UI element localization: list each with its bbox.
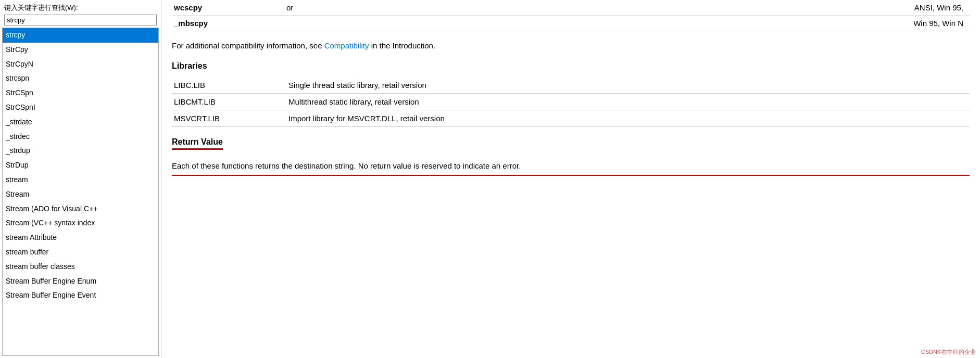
func-platform: ANSI, Win 95,: [417, 0, 970, 16]
function-row: wcscpy or ANSI, Win 95,: [172, 0, 970, 16]
keyword-list: strcpyStrCpyStrCpyNstrcspnStrCSpnStrCSpn…: [2, 28, 159, 356]
list-item[interactable]: _strdup: [3, 144, 158, 158]
return-value-section: Return Value Each of these functions ret…: [172, 137, 970, 176]
libraries-heading: Libraries: [172, 61, 970, 71]
search-input[interactable]: [4, 15, 157, 25]
lib-row: MSVCRT.LIBImport library for MSVCRT.DLL,…: [172, 110, 970, 127]
lib-name: LIBC.LIB: [172, 77, 286, 94]
func-name: wcscpy: [172, 0, 286, 16]
list-item[interactable]: _strdec: [3, 130, 158, 144]
lib-desc: Multithread static library, retail versi…: [286, 94, 970, 110]
content-panel: wcscpy or ANSI, Win 95,_mbscpyWin 95, Wi…: [161, 0, 980, 358]
list-item[interactable]: stream buffer classes: [3, 260, 158, 274]
list-item[interactable]: strcpy: [3, 28, 158, 43]
compat-link[interactable]: Compatibility: [324, 41, 369, 50]
lib-desc: Single thread static library, retail ver…: [286, 77, 970, 94]
return-value-text: Each of these functions returns the dest…: [172, 159, 970, 176]
list-item[interactable]: strcspn: [3, 71, 158, 86]
list-item[interactable]: stream Attribute: [3, 231, 158, 245]
function-row: _mbscpyWin 95, Win N: [172, 16, 970, 31]
func-name: _mbscpy: [172, 16, 286, 31]
list-item[interactable]: StrCpyN: [3, 57, 158, 72]
lib-row: LIBC.LIBSingle thread static library, re…: [172, 77, 970, 94]
compat-text: For additional compatibility information…: [172, 40, 970, 52]
libraries-table: LIBC.LIBSingle thread static library, re…: [172, 77, 970, 127]
lib-row: LIBCMT.LIBMultithread static library, re…: [172, 94, 970, 110]
list-item[interactable]: Stream Buffer Engine Enum: [3, 274, 158, 289]
list-item[interactable]: stream: [3, 173, 158, 187]
list-item[interactable]: _strdate: [3, 115, 158, 130]
list-item[interactable]: Stream (VC++ syntax index: [3, 216, 158, 231]
func-platform: Win 95, Win N: [417, 16, 970, 31]
func-header: [286, 16, 417, 31]
list-item[interactable]: Stream (ADO for Visual C++: [3, 202, 158, 216]
watermark: CSDN©在中间的企业: [921, 348, 976, 356]
lib-name: LIBCMT.LIB: [172, 94, 286, 110]
compat-prefix: For additional compatibility information…: [172, 41, 322, 50]
function-table: wcscpy or ANSI, Win 95,_mbscpyWin 95, Wi…: [172, 0, 970, 31]
list-item[interactable]: stream buffer: [3, 245, 158, 260]
lib-desc: Import library for MSVCRT.DLL, retail ve…: [286, 110, 970, 127]
list-item[interactable]: StrCSpnI: [3, 100, 158, 115]
search-label: 键入关键字进行查找(W):: [0, 0, 161, 14]
sidebar: 键入关键字进行查找(W): strcpyStrCpyStrCpyNstrcspn…: [0, 0, 161, 358]
return-value-heading: Return Value: [172, 137, 970, 152]
list-item[interactable]: StrCSpn: [3, 86, 158, 100]
lib-name: MSVCRT.LIB: [172, 110, 286, 127]
list-item[interactable]: Stream Buffer Engine Event: [3, 288, 158, 303]
list-item[interactable]: Stream: [3, 187, 158, 202]
compat-suffix: in the Introduction.: [371, 41, 435, 50]
func-header: or: [286, 0, 417, 16]
list-item[interactable]: StrDup: [3, 158, 158, 173]
list-item[interactable]: StrCpy: [3, 43, 158, 57]
